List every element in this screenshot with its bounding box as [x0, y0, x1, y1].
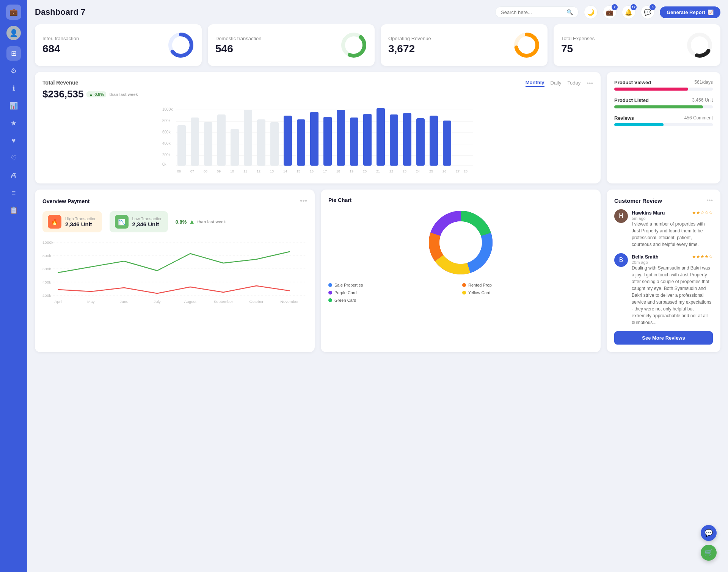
review-content-1: Hawkins Maru ★★☆☆☆ 5m ago I viewed a num… — [632, 209, 713, 248]
payment-title: Overview Payment — [42, 198, 90, 204]
metric-product-viewed: Product Viewed 561/days — [614, 80, 713, 91]
svg-point-87 — [439, 221, 482, 264]
svg-text:22: 22 — [389, 169, 393, 173]
bottom-row: Overview Payment ••• 🔥 High Transaction … — [35, 190, 720, 352]
svg-text:14: 14 — [283, 169, 287, 173]
stat-value: 3,672 — [388, 43, 431, 55]
legend-dot — [462, 283, 466, 287]
svg-rect-23 — [217, 114, 226, 166]
cart-fab[interactable]: 🛒 — [701, 545, 717, 561]
stat-label: Total Expenses — [561, 36, 595, 41]
low-transaction-info: Low Transaction 2,346 Unit — [132, 216, 163, 227]
payment-more-btn[interactable]: ••• — [300, 197, 307, 205]
sidebar-item-menu[interactable]: ≡ — [6, 186, 21, 200]
see-more-reviews-button[interactable]: See More Reviews — [614, 331, 713, 345]
svg-rect-36 — [390, 114, 398, 166]
svg-rect-33 — [350, 118, 358, 166]
svg-rect-31 — [323, 117, 332, 166]
theme-toggle-btn[interactable]: 🌙 — [584, 5, 598, 19]
svg-text:08: 08 — [204, 169, 207, 173]
stat-value: 684 — [42, 43, 79, 55]
svg-text:400k: 400k — [42, 281, 51, 284]
svg-text:November: November — [280, 300, 299, 304]
tab-monthly[interactable]: Monthly — [526, 80, 544, 87]
pie-title: Pie Chart — [328, 197, 593, 203]
legend-label: Yellow Card — [468, 290, 490, 295]
legend-purple-card: Purple Card — [328, 290, 459, 295]
search-input[interactable] — [501, 9, 563, 15]
metric-product-listed: Product Listed 3,456 Unit — [614, 97, 713, 108]
reviewer-stars-2: ★★★★☆ — [692, 254, 713, 259]
svg-rect-35 — [377, 108, 385, 166]
payment-card: Overview Payment ••• 🔥 High Transaction … — [35, 190, 315, 352]
svg-text:200k: 200k — [42, 294, 51, 298]
stat-card-domestic-transaction: Domestic transaction 546 — [208, 24, 375, 66]
svg-rect-24 — [231, 129, 239, 166]
donut-chart-4 — [686, 32, 713, 58]
legend-label: Rented Prop — [468, 283, 492, 287]
bar-chart: 1000k 800k 600k 400k 200k 0k — [42, 106, 593, 176]
donut-chart-1 — [168, 32, 194, 58]
stat-label: Inter. transaction — [42, 36, 79, 41]
tab-today[interactable]: Today — [567, 80, 581, 86]
search-box[interactable]: 🔍 — [495, 6, 579, 18]
stat-value: 75 — [561, 43, 595, 55]
svg-rect-30 — [310, 112, 318, 166]
sidebar: 💼 👤 ⊞ ⚙ ℹ 📊 ★ ♥ ♡ 🖨 ≡ 📋 — [0, 0, 27, 572]
more-options-btn[interactable]: ••• — [587, 80, 593, 87]
chat-btn[interactable]: 💬 5 — [641, 5, 654, 19]
payment-pct-value: 0.8% — [176, 219, 187, 225]
user-avatar[interactable]: 👤 — [6, 26, 21, 40]
chart-icon: 📈 — [708, 9, 714, 15]
metric-bar-fill — [614, 123, 664, 126]
revenue-header: Total Revenue Monthly Daily Today ••• — [42, 80, 593, 87]
metric-value: 3,456 Unit — [692, 97, 713, 103]
svg-text:21: 21 — [376, 169, 380, 173]
payment-pct-label: than last week — [197, 219, 226, 224]
review-item-1: H Hawkins Maru ★★☆☆☆ 5m ago I viewed a n… — [614, 209, 713, 248]
sidebar-item-dashboard[interactable]: ⊞ — [6, 46, 21, 61]
metric-bar — [614, 88, 713, 91]
support-fab[interactable]: 💬 — [701, 525, 717, 541]
svg-text:May: May — [87, 300, 95, 304]
svg-text:17: 17 — [323, 169, 327, 173]
svg-rect-38 — [416, 118, 425, 166]
revenue-pct: 0.8% — [94, 92, 104, 97]
header-actions: 🔍 🌙 💼 2 🔔 12 💬 5 Generate Report 📈 — [495, 5, 720, 19]
sidebar-item-print[interactable]: 🖨 — [6, 168, 21, 183]
sidebar-item-star[interactable]: ★ — [6, 116, 21, 130]
line-chart-svg: 1000k 800k 600k 400k 200k April May June… — [42, 238, 307, 307]
metric-bar-fill — [614, 88, 688, 91]
stat-info: Inter. transaction 684 — [42, 36, 79, 55]
search-icon: 🔍 — [566, 9, 573, 15]
generate-report-button[interactable]: Generate Report 📈 — [660, 6, 720, 18]
svg-rect-21 — [191, 118, 199, 166]
tab-daily[interactable]: Daily — [551, 80, 562, 86]
low-transaction-value: 2,346 Unit — [132, 221, 163, 227]
sidebar-item-analytics[interactable]: 📊 — [6, 99, 21, 113]
svg-rect-37 — [403, 113, 411, 166]
svg-text:15: 15 — [297, 169, 300, 173]
svg-text:10: 10 — [230, 169, 234, 173]
svg-text:06: 06 — [177, 169, 181, 173]
svg-text:June: June — [120, 300, 129, 304]
svg-text:20: 20 — [363, 169, 367, 173]
notification-btn[interactable]: 🔔 12 — [622, 5, 635, 19]
sidebar-item-wishlist[interactable]: ♡ — [6, 151, 21, 165]
svg-rect-22 — [204, 122, 212, 166]
main-content: Dashboard 7 🔍 🌙 💼 2 🔔 12 💬 5 Generate Re… — [27, 0, 728, 572]
revenue-pct-label: than last week — [109, 92, 138, 97]
reviews-more-btn[interactable]: ••• — [706, 197, 713, 204]
review-text-1: I viewed a number of properties with Jus… — [632, 221, 713, 248]
wallet-btn[interactable]: 💼 2 — [603, 5, 617, 19]
reviewer-time-1: 5m ago — [632, 216, 713, 221]
sidebar-item-list[interactable]: 📋 — [6, 203, 21, 218]
high-transaction-value: 2,346 Unit — [65, 221, 97, 227]
stat-info: Domestic transaction 546 — [215, 36, 261, 55]
sidebar-item-info[interactable]: ℹ — [6, 81, 21, 96]
reviews-title: Customer Review — [614, 197, 662, 204]
high-transaction-label: High Transaction — [65, 216, 97, 221]
up-arrow: ▲ — [89, 92, 93, 97]
sidebar-item-settings[interactable]: ⚙ — [6, 64, 21, 78]
sidebar-item-favorites[interactable]: ♥ — [6, 133, 21, 148]
